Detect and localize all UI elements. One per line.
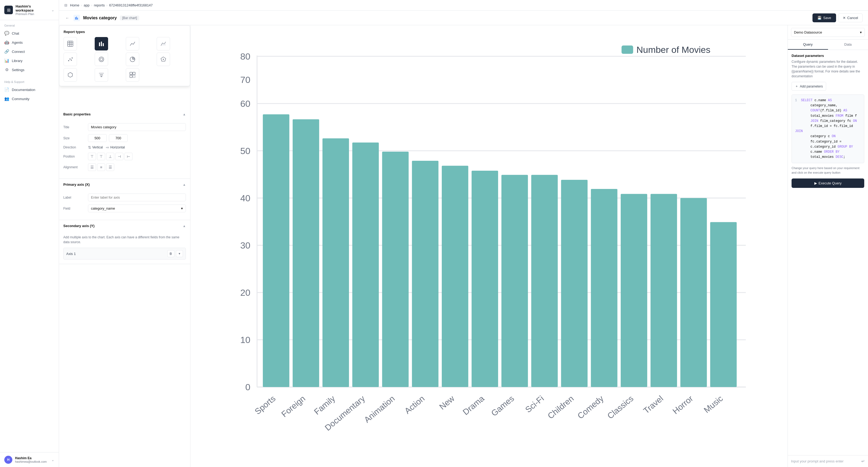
report-type-scatter[interactable] (64, 53, 77, 66)
axis1-expand-button[interactable]: ▾ (176, 250, 183, 257)
svg-text:80: 80 (240, 51, 251, 61)
report-type-table[interactable] (64, 37, 77, 51)
basic-properties-section: Basic properties ▲ Title Size (59, 109, 190, 179)
workspace-logo: ⊞ (4, 6, 13, 14)
agents-icon: 🤖 (4, 40, 9, 45)
report-type-pie[interactable] (126, 53, 139, 66)
datasource-select[interactable]: Demo Datasource ▾ (791, 28, 865, 37)
execute-query-button[interactable]: ▶ Execute Query (792, 178, 864, 188)
breadcrumb-home[interactable]: Home (70, 3, 80, 7)
save-button[interactable]: 💾 Save (812, 13, 836, 22)
breadcrumb-reports[interactable]: reports (94, 3, 104, 7)
sql-code-block: 1SELECT c.name AS category_name, COUNT(f… (792, 94, 864, 163)
bar-foreign (292, 119, 319, 387)
sidebar-item-connect[interactable]: 🔗 Connect (0, 47, 59, 56)
sidebar-item-settings[interactable]: ⚙ Settings (0, 65, 59, 74)
primary-axis-body: Label Field category_name ▾ (59, 190, 190, 220)
svg-rect-28 (130, 75, 132, 78)
sidebar-item-chat[interactable]: 💬 Chat (0, 29, 59, 38)
report-type-radar[interactable] (157, 53, 170, 66)
basic-properties-chevron: ▲ (183, 113, 186, 116)
sidebar-item-chat-label: Chat (12, 31, 19, 35)
user-chevron[interactable]: ⌄ (51, 458, 55, 462)
pos-left[interactable]: ⊣ (115, 153, 123, 160)
direction-vertical[interactable]: ⇅ Vertical (88, 145, 103, 149)
cancel-button[interactable]: ✕ Cancel (838, 13, 863, 22)
chat-icon: 💬 (4, 31, 9, 36)
workspace-chevron[interactable]: ⌄ (51, 8, 55, 12)
sidebar-item-documentation[interactable]: 📄 Documentation (0, 85, 59, 94)
content-area: Report types (59, 25, 868, 467)
size-label: Size (63, 136, 85, 140)
report-type-pivot[interactable] (126, 68, 139, 82)
axis-label-input[interactable] (88, 194, 186, 201)
report-type-area[interactable] (157, 37, 170, 51)
svg-point-13 (71, 60, 72, 61)
sidebar-item-connect-label: Connect (12, 50, 25, 54)
settings-icon: ⚙ (4, 67, 9, 72)
svg-rect-24 (100, 74, 103, 76)
axis-label-label: Label (63, 196, 85, 199)
axis-field-select[interactable]: category_name ▾ (88, 205, 186, 212)
secondary-axis-chevron: ▲ (183, 224, 186, 228)
save-icon: 💾 (817, 16, 822, 20)
align-left[interactable]: ☰ (88, 164, 96, 171)
svg-text:Number of Movies: Number of Movies (637, 45, 711, 55)
direction-horizontal[interactable]: ⇨ Horizontal (106, 145, 125, 149)
basic-properties-header[interactable]: Basic properties ▲ (59, 109, 190, 120)
datasource-chevron: ▾ (860, 30, 862, 34)
prompt-input[interactable] (791, 459, 859, 463)
back-button[interactable]: ← (64, 15, 70, 21)
user-email: hashimea@outlook.com (15, 460, 49, 463)
panel-content: Basic properties ▲ Title Size (59, 109, 190, 264)
breadcrumb-id[interactable]: 672469131248ffe4f3168147 (109, 3, 153, 7)
sidebar-item-agents[interactable]: 🤖 Agents (0, 38, 59, 47)
align-right[interactable]: ☰ (106, 164, 114, 171)
sidebar-header: ⊞ Hashim's workspace Premium Plan ⌄ (0, 0, 59, 20)
align-center[interactable]: ≡ (97, 164, 105, 171)
main-area: ⊟ Home › app › reports › 672469131248ffe… (59, 0, 868, 467)
report-types-grid (64, 37, 186, 82)
secondary-axis-header[interactable]: Secondary axis (Y) ▲ (59, 220, 190, 232)
bar-family (322, 139, 349, 387)
sidebar-toggle-icon[interactable]: ⊟ (64, 3, 67, 7)
back-arrow-icon: ← (65, 16, 69, 20)
tab-data[interactable]: Data (828, 40, 868, 50)
pos-right[interactable]: ⊢ (124, 153, 132, 160)
title-input[interactable] (88, 123, 186, 131)
report-type-hexbin[interactable] (64, 68, 77, 82)
bar-drama (471, 171, 498, 387)
report-types-popup: Report types (59, 25, 190, 86)
svg-rect-49 (621, 46, 633, 54)
report-type-donut[interactable] (95, 53, 108, 66)
prompt-send-icon[interactable]: ↵ (861, 459, 865, 464)
sidebar-item-library[interactable]: 📊 Library (0, 56, 59, 65)
primary-axis-header[interactable]: Primary axis (X) ▲ (59, 179, 190, 190)
bar-action (412, 161, 439, 387)
report-type-funnel[interactable] (95, 68, 108, 82)
svg-marker-22 (68, 72, 72, 77)
report-type-icon (73, 15, 80, 21)
axis1-delete-button[interactable]: 🗑 (167, 250, 174, 257)
add-params-button[interactable]: ＋ Add parameters (792, 82, 826, 91)
tab-query[interactable]: Query (788, 40, 828, 50)
pos-top-center[interactable]: ⊤ (97, 153, 105, 160)
secondary-axis-section: Secondary axis (Y) ▲ Add multiple axis t… (59, 220, 190, 264)
sidebar-general-label: General (0, 22, 59, 29)
secondary-axis-body: Add multiple axis to the chart. Each axi… (59, 232, 190, 264)
pos-top-left[interactable]: ⊤ (88, 153, 96, 160)
svg-rect-27 (133, 72, 135, 75)
breadcrumb-app[interactable]: app (84, 3, 90, 7)
sidebar-item-community-label: Community (12, 97, 30, 101)
size-width-input[interactable] (88, 134, 107, 142)
report-type-line[interactable] (126, 37, 139, 51)
sidebar-item-community[interactable]: 👥 Community (0, 94, 59, 103)
size-height-input[interactable] (109, 134, 128, 142)
horizontal-icon: ⇨ (106, 145, 109, 149)
right-panel-body: Dataset parameters Configure dynamic par… (788, 50, 868, 455)
pos-bottom-left[interactable]: ⊥ (106, 153, 114, 160)
svg-text:Horror: Horror (671, 394, 695, 416)
add-params-label: Add parameters (800, 85, 823, 88)
report-type-bar[interactable] (95, 37, 108, 51)
bar-new (442, 166, 468, 387)
